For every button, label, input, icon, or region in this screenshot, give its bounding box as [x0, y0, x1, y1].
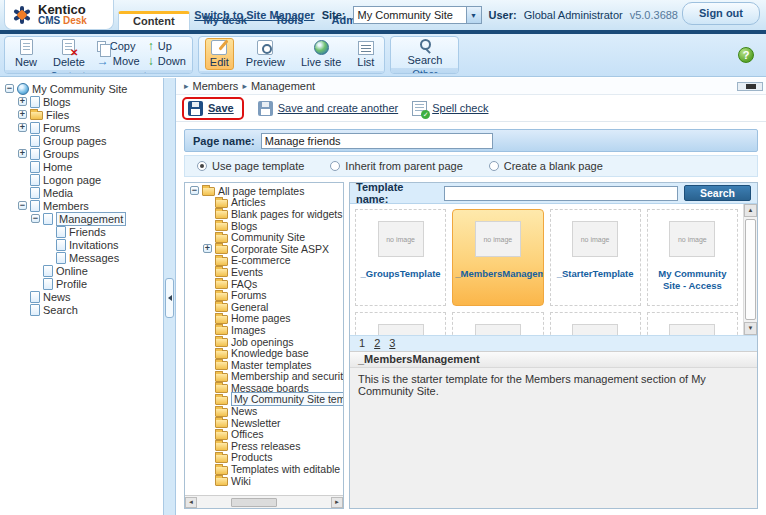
template-category-node[interactable]: Images: [187, 324, 343, 336]
template-category-node[interactable]: Home pages: [187, 313, 343, 325]
template-category-node[interactable]: +Corporate Site ASPX: [187, 243, 343, 255]
expand-icon[interactable]: +: [18, 123, 27, 132]
preview-mode-button[interactable]: Preview: [242, 39, 289, 69]
template-category-label[interactable]: Images: [231, 324, 265, 336]
template-category-node[interactable]: Job openings: [187, 336, 343, 348]
spell-check-button[interactable]: Spell check: [412, 101, 488, 116]
template-category-label[interactable]: General: [231, 301, 268, 313]
template-category-node[interactable]: Newsletter: [187, 417, 343, 429]
template-tile-label[interactable]: _StarterTemplate: [555, 268, 636, 280]
template-category-node[interactable]: Master templates: [187, 359, 343, 371]
template-category-node[interactable]: E-commerce: [187, 255, 343, 267]
template-category-label[interactable]: Articles: [231, 196, 265, 208]
template-category-label[interactable]: Wiki: [231, 475, 251, 487]
content-tree-label[interactable]: Members: [43, 200, 89, 212]
template-tile[interactable]: no imageMy Community Site - Blog creatio…: [355, 312, 446, 335]
panel-splitter[interactable]: [163, 78, 176, 515]
content-tree-node[interactable]: −My Community Site: [2, 82, 163, 95]
template-category-label[interactable]: Membership and security: [231, 370, 343, 382]
template-tile-label[interactable]: My Community Site - Access: [648, 268, 737, 292]
template-tile[interactable]: no image_StarterTemplate: [550, 209, 641, 306]
template-tile[interactable]: no imageMy Community Site - Blog list: [452, 312, 543, 335]
template-category-node[interactable]: Press releases: [187, 440, 343, 452]
content-tree-node[interactable]: +Forums: [2, 121, 163, 134]
expand-icon[interactable]: +: [18, 110, 27, 119]
template-category-label[interactable]: Corporate Site ASPX: [231, 243, 329, 255]
template-category-node[interactable]: Offices: [187, 428, 343, 440]
template-category-label[interactable]: Blank pages for widgets: [231, 208, 342, 220]
template-category-label[interactable]: News: [231, 405, 257, 417]
save-and-create-another-button[interactable]: Save and create another: [258, 101, 398, 116]
template-category-node[interactable]: Knowledge base: [187, 347, 343, 359]
template-category-node[interactable]: Membership and security: [187, 371, 343, 383]
template-category-node[interactable]: Blogs: [187, 220, 343, 232]
content-tree-label[interactable]: Online: [56, 265, 88, 277]
content-tree-label[interactable]: My Community Site: [32, 83, 127, 95]
template-category-label[interactable]: Home pages: [231, 312, 291, 324]
list-mode-button[interactable]: List: [353, 40, 378, 69]
template-category-label[interactable]: Press releases: [231, 440, 300, 452]
template-category-label[interactable]: Templates with editable regio: [231, 463, 343, 475]
scrollbar-thumb[interactable]: [231, 498, 277, 507]
scroll-up-icon[interactable]: ▲: [744, 204, 757, 217]
template-category-label[interactable]: Newsletter: [231, 417, 281, 429]
template-tile[interactable]: no imageMy Community Site - Blogs: [647, 312, 738, 335]
radio-icon[interactable]: [330, 161, 340, 171]
content-tree-node[interactable]: +Files: [2, 108, 163, 121]
template-category-label[interactable]: Blogs: [231, 220, 257, 232]
content-tree-node[interactable]: Friends: [2, 225, 163, 238]
template-category-node[interactable]: Blank pages for widgets: [187, 208, 343, 220]
template-category-label[interactable]: All page templates: [218, 185, 304, 197]
template-category-node[interactable]: Products: [187, 452, 343, 464]
template-category-node[interactable]: News: [187, 405, 343, 417]
content-tree-label[interactable]: Messages: [69, 252, 119, 264]
copy-button[interactable]: Copy: [97, 40, 140, 52]
up-button[interactable]: ↑ Up: [148, 40, 186, 52]
horizontal-scrollbar[interactable]: ◄ ►: [185, 495, 343, 508]
content-tree-label[interactable]: Groups: [43, 148, 79, 160]
vertical-scrollbar[interactable]: ▲ ▼: [743, 204, 757, 335]
sign-out-button[interactable]: Sign out: [682, 2, 760, 25]
template-category-label[interactable]: Job openings: [231, 336, 293, 348]
content-tree-node[interactable]: Invitations: [2, 238, 163, 251]
content-tree-label[interactable]: Friends: [69, 226, 106, 238]
radio-use-page-template[interactable]: Use page template: [197, 160, 304, 172]
template-category-node[interactable]: FAQs: [187, 278, 343, 290]
radio-icon[interactable]: [197, 161, 207, 171]
scrollbar-thumb[interactable]: [745, 219, 756, 320]
pagination-page-2[interactable]: 2: [374, 337, 380, 349]
collapse-panel-handle[interactable]: [165, 278, 174, 318]
template-category-node[interactable]: My Community Site templates: [187, 394, 343, 406]
content-tree-node[interactable]: Messages: [2, 251, 163, 264]
content-tree-node[interactable]: Logon page: [2, 173, 163, 186]
content-tree-node[interactable]: Group pages: [2, 134, 163, 147]
content-tree-node[interactable]: News: [2, 290, 163, 303]
scroll-down-icon[interactable]: ▼: [744, 322, 757, 335]
content-tree-node[interactable]: Media: [2, 186, 163, 199]
collapse-icon[interactable]: −: [190, 186, 199, 195]
content-tree-label[interactable]: Media: [43, 187, 73, 199]
content-tree-label[interactable]: Forums: [43, 122, 80, 134]
template-category-label[interactable]: Community Site: [231, 231, 305, 243]
expand-icon[interactable]: +: [203, 244, 212, 253]
save-button[interactable]: Save: [208, 102, 234, 114]
content-tree-label[interactable]: Logon page: [43, 174, 101, 186]
page-name-input[interactable]: [261, 133, 493, 149]
chevron-down-icon[interactable]: ▼: [466, 7, 481, 23]
template-category-node[interactable]: Forums: [187, 289, 343, 301]
template-category-label[interactable]: Knowledge base: [231, 347, 309, 359]
content-tree-node[interactable]: Home: [2, 160, 163, 173]
collapse-icon[interactable]: −: [18, 201, 27, 210]
content-tree-label[interactable]: Profile: [56, 278, 87, 290]
breadcrumb-scrollbar[interactable]: [737, 82, 763, 91]
content-tree-node[interactable]: −Management: [2, 212, 163, 225]
radio-create-a-blank-page[interactable]: Create a blank page: [489, 160, 603, 172]
switch-to-site-manager-link[interactable]: Switch to Site Manager: [194, 9, 314, 21]
template-category-label[interactable]: Master templates: [231, 359, 312, 371]
content-tree-node[interactable]: Profile: [2, 277, 163, 290]
radio-inherit-from-parent-page[interactable]: Inherit from parent page: [330, 160, 462, 172]
content-tree-label[interactable]: News: [43, 291, 71, 303]
scroll-right-icon[interactable]: ►: [331, 497, 343, 508]
expand-icon[interactable]: +: [18, 97, 27, 106]
breadcrumb-management[interactable]: Management: [251, 80, 315, 92]
